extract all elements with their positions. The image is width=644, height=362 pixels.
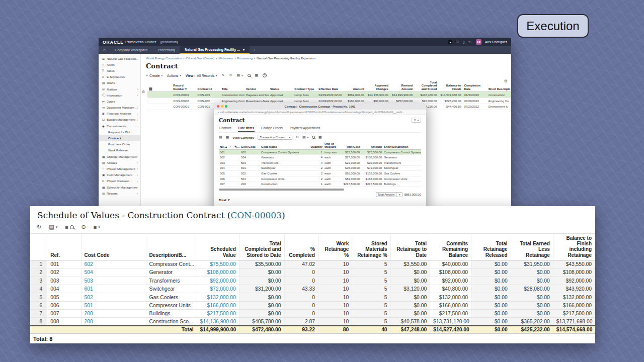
item-col-cost[interactable]: Cost Code <box>240 142 260 149</box>
sov-row-005[interactable]: 5005502Gas Coolers$132,000.00$0.000105$0… <box>30 293 595 301</box>
sov-cell-cost-code-link[interactable]: 502 <box>81 293 146 301</box>
search-icon[interactable] <box>312 136 315 139</box>
sov-col-pct[interactable]: % Completed <box>284 234 318 260</box>
sov-col-ref[interactable]: Ref. <box>47 234 81 260</box>
filter-search-button[interactable]: ≡ <box>65 224 73 230</box>
user-avatar[interactable]: AR <box>476 39 481 45</box>
sidebar-item-drafts[interactable]: ▤Drafts <box>99 80 140 86</box>
popup-menu-button[interactable]: ≡ ▾ <box>412 118 421 123</box>
sidebar-item-e-signatures[interactable]: ≡E-Signatures <box>99 74 140 80</box>
sidebar-item-document-manager[interactable]: ▭Document Manager ...› <box>99 105 140 111</box>
item-col-uom[interactable]: Unit of Measure <box>324 142 339 149</box>
collapse-icon[interactable]: ⊖ <box>82 224 86 230</box>
sov-cell-cost-code-link[interactable]: 504 <box>81 268 146 277</box>
sov-col-n[interactable] <box>30 234 47 260</box>
sidebar-item-commitments[interactable]: ◆Commitments⌄ <box>99 123 140 129</box>
sidebar-item-mailbox[interactable]: ✉Mailbox› <box>99 86 140 92</box>
maximize-icon[interactable] <box>225 105 227 108</box>
sidebar-item-actuals[interactable]: ▤Actuals› <box>99 159 140 165</box>
log-col-type[interactable]: Contract Type <box>293 80 317 92</box>
print-button[interactable]: ▤ ▾ <box>49 224 57 230</box>
sov-row-004[interactable]: 4004601Switchgear$72,000.00$31,200.0043.… <box>30 285 595 293</box>
chevron-down-icon[interactable]: ▾ <box>243 48 245 51</box>
item-col-short[interactable]: Short Description <box>383 142 421 149</box>
new-tab-button[interactable]: + <box>250 46 260 54</box>
sov-cell-cost-code-link[interactable]: 200 <box>81 318 146 326</box>
breadcrumb-item-world-energy-corporation[interactable]: World Energy Corporation <box>146 56 182 60</box>
edit-note-icon[interactable]: ✎… <box>233 142 240 149</box>
home-icon[interactable]: ⌂ <box>99 46 110 54</box>
currency-select[interactable]: Transaction Curren ▾ <box>258 135 292 140</box>
help-icon[interactable]: ? ▾ <box>468 40 472 44</box>
sov-cell-cost-code-link[interactable]: 501 <box>81 301 146 309</box>
sidebar-item-change-management[interactable]: ▦Change Management› <box>99 153 140 159</box>
item-col-unit_cost[interactable]: Unit Cost <box>339 142 361 149</box>
log-col-completion[interactable]: Completion Date <box>462 80 487 92</box>
sov-col-work_ret[interactable]: Work Retainage % <box>318 234 352 260</box>
sidebar-item-natural-gas-processi[interactable]: ⊞Natural Gas Processi... <box>99 55 140 61</box>
line-item-row-001[interactable]: 001602Compressor Control Systems1lump su… <box>219 149 421 155</box>
announcements-icon[interactable]: ⚐ <box>456 40 459 44</box>
rows-view-icon[interactable]: ▤ <box>219 135 222 139</box>
sov-col-completed[interactable]: Total Completed and Stored to Date <box>239 234 284 260</box>
sov-col-btf[interactable]: Balance to Finish including Retainage <box>553 234 595 260</box>
sov-col-ret_rel[interactable]: Total Retainage Released <box>471 234 511 260</box>
log-col-short[interactable]: Short Descripti <box>487 80 511 92</box>
sov-col-sched[interactable]: Scheduled Value <box>197 234 239 260</box>
sov-row-001[interactable]: 1001602Compressor Cont...$75,500.00$35,5… <box>30 260 595 268</box>
sidebar-item-budget-management[interactable]: ⊟Budget Management› <box>99 117 140 123</box>
sov-cell-cost-code-link[interactable]: 503 <box>81 277 146 285</box>
search-icon[interactable] <box>248 74 251 77</box>
actions-button[interactable]: Actions ▾ <box>167 74 181 77</box>
attachment-icon[interactable]: ▫ <box>229 142 233 149</box>
log-col-balance[interactable]: Balance to Finish <box>438 80 462 92</box>
log-col-revised[interactable]: Revised Amount <box>390 80 414 92</box>
bookmark-icon[interactable]: ▯ <box>463 40 465 44</box>
sov-row-002[interactable]: 2002504Generator$108,000.00$0.000105$0.0… <box>30 268 595 277</box>
item-col-qty[interactable]: Quantity <box>308 142 324 149</box>
sidebar-item-project-closeout[interactable]: ≡Project Closeout› <box>99 178 140 184</box>
log-col-record[interactable]: Record Number ▾ <box>172 80 196 92</box>
create-button[interactable]: + Create ▾ <box>146 74 163 77</box>
sidebar-item-work-release[interactable]: Work Release <box>99 147 140 153</box>
refresh-icon[interactable]: ↻ <box>37 224 41 230</box>
log-col-status[interactable]: Status <box>269 80 293 92</box>
sov-col-desc[interactable]: Description/B... <box>146 234 197 260</box>
row-gear-icon[interactable]: ⚙ <box>142 90 145 94</box>
sidebar-item-reports[interactable]: ▥Reports› <box>99 190 140 196</box>
line-item-row-004[interactable]: 004601Switchgear2each$36,000.00$72,000.0… <box>219 165 421 171</box>
line-item-row-006[interactable]: 006501Compressor Units2each$83,000.00$16… <box>219 176 421 182</box>
log-col-contract[interactable]: Contract # <box>196 80 220 92</box>
view-selector[interactable]: View : All Records ▾ <box>186 74 217 77</box>
print-button[interactable]: ▤ ▾ <box>236 73 243 77</box>
line-item-row-005[interactable]: 005502Gas Coolers2each$66,000.00$132,000… <box>219 171 421 176</box>
sidebar-item-information[interactable]: ⓘInformation› <box>99 92 140 98</box>
close-icon[interactable] <box>217 105 219 108</box>
menu-button[interactable]: ≡ ▾ <box>94 224 100 230</box>
refresh-icon[interactable]: ↻ <box>296 135 299 139</box>
popup-tab-change-orders[interactable]: Change Orders <box>261 125 283 132</box>
grid-icon[interactable]: ▦ <box>318 135 322 139</box>
sov-row-003[interactable]: 3003503Transformers$92,000.00$0.000105$0… <box>30 277 595 285</box>
popup-tab-contract[interactable]: Contract <box>219 125 232 132</box>
sidebar-item-tasks[interactable]: ≡Tasks <box>99 67 140 73</box>
sov-row-006[interactable]: 6006501Compressor Units$166,000.00$0.000… <box>30 301 595 309</box>
contract-link[interactable]: CON-00003 <box>230 210 282 220</box>
log-col-select[interactable]: ▤ <box>147 80 172 92</box>
horizontal-scrollbar[interactable] <box>219 189 344 191</box>
log-col-approved[interactable]: Approved Changes <box>366 80 390 92</box>
minimize-icon[interactable] <box>221 105 223 108</box>
popup-tab-line-items[interactable]: Line Items <box>238 125 255 132</box>
item-col-name[interactable]: Code Name <box>260 142 308 149</box>
breadcrumb-item-oil-and-gas-owner[interactable]: Oil and Gas (Owner) <box>186 56 214 60</box>
sidebar-item-alerts[interactable]: △Alerts <box>99 61 140 67</box>
sov-col-commits[interactable]: Commits Remaining Balance <box>430 234 471 260</box>
sov-col-ret_date[interactable]: Total Retainage to Date <box>390 234 430 260</box>
total-amount-select[interactable]: Total Amount ▾ <box>376 192 403 197</box>
help-icon[interactable]: ? <box>263 73 267 77</box>
edit-icon[interactable]: ✎ <box>222 73 225 77</box>
popup-tab-payment-applications[interactable]: Payment Applications <box>289 125 320 132</box>
nav-tab-natural-gas-processing-facility[interactable]: Natural Gas Processing Facility ...▾ <box>180 46 250 54</box>
item-col-amount[interactable]: Amount <box>361 142 383 149</box>
log-row-con-00003[interactable]: CON-00003CON-003Construction ContractHag… <box>147 92 511 98</box>
